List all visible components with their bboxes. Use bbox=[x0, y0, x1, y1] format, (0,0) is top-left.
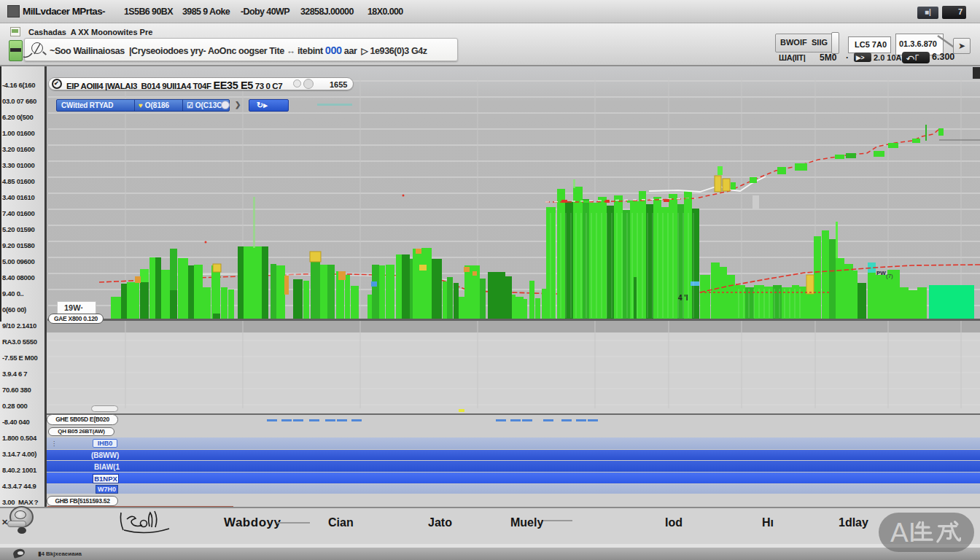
svg-text:4 'l: 4 'l bbox=[678, 294, 688, 302]
svg-text:(7): (7) bbox=[886, 273, 893, 279]
svg-text:PW: PW bbox=[876, 270, 886, 276]
